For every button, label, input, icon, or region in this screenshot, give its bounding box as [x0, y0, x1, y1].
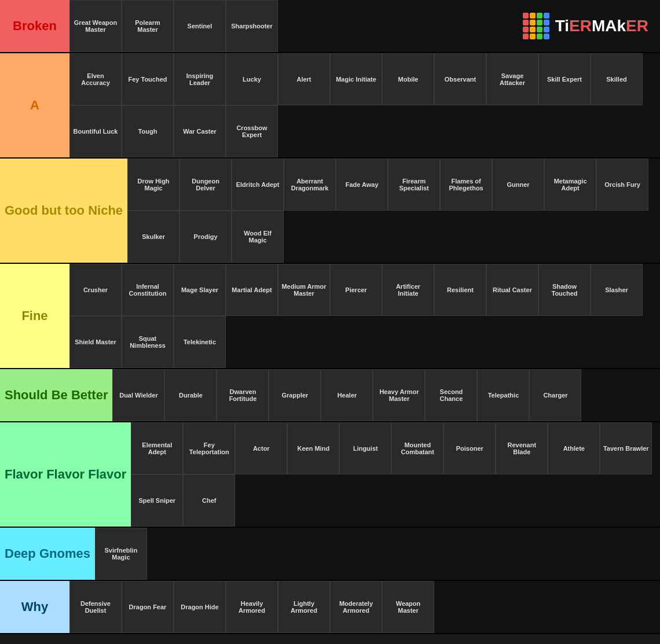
item-card[interactable]: Skulker	[127, 211, 179, 263]
tier-items-deep-gnomes: Svirfneblin Magic	[95, 528, 660, 580]
item-card[interactable]: Firearm Specialist	[388, 159, 440, 211]
item-card[interactable]: Wood Elf Magic	[232, 211, 284, 263]
item-card[interactable]: Metamagic Adept	[544, 159, 596, 211]
item-card[interactable]: Heavily Armored	[226, 581, 278, 633]
item-card[interactable]: Dragon Fear	[122, 581, 174, 633]
item-card[interactable]: Svirfneblin Magic	[95, 528, 147, 580]
item-card[interactable]: Fey Teleportation	[183, 422, 235, 474]
item-card[interactable]: Heavy Armor Master	[373, 369, 425, 421]
item-card[interactable]: Crossbow Expert	[226, 105, 278, 157]
item-card[interactable]: Sharpshooter	[226, 0, 278, 52]
item-card[interactable]: Linguist	[339, 422, 391, 474]
item-card[interactable]: Medium Armor Master	[278, 264, 330, 316]
item-card[interactable]: Eldritch Adept	[232, 159, 284, 211]
tier-row-fine: FineCrusherInfernal ConstitutionMage Sla…	[0, 264, 660, 369]
item-card[interactable]: Defensive Duelist	[69, 581, 122, 633]
item-card[interactable]: Martial Adept	[226, 264, 278, 316]
item-card[interactable]: Gunner	[492, 159, 544, 211]
item-card[interactable]: Skilled	[591, 53, 643, 105]
item-card[interactable]: Durable	[164, 369, 217, 421]
item-card[interactable]: Telekinetic	[174, 316, 226, 368]
tier-row-a: AElven AccuracyFey TouchedInspiring Lead…	[0, 53, 660, 159]
item-card[interactable]: Dungeon Delver	[179, 159, 232, 211]
item-card[interactable]: Inspiring Leader	[174, 53, 226, 105]
tier-label-good-but-too-niche: Good but too Niche	[0, 159, 127, 263]
item-card[interactable]: Magic Initiate	[330, 53, 382, 105]
item-card[interactable]: Mobile	[382, 53, 434, 105]
logo-area: TiERMAkER	[278, 0, 660, 52]
item-card[interactable]: Mage Slayer	[174, 264, 226, 316]
item-card[interactable]: Piercer	[330, 264, 382, 316]
tier-label-broken: Broken	[0, 0, 69, 52]
item-card[interactable]: Fey Touched	[122, 53, 174, 105]
item-card[interactable]: Observant	[434, 53, 486, 105]
item-card[interactable]: Chef	[183, 474, 235, 527]
item-card[interactable]: Infernal Constitution	[122, 264, 174, 316]
item-card[interactable]: Slasher	[591, 264, 643, 316]
item-card[interactable]: Flames of Phlegethos	[440, 159, 492, 211]
tier-row-should-be-better: Should Be BetterDual WielderDurableDwarv…	[0, 369, 660, 422]
item-card[interactable]: Revenant Blade	[496, 422, 548, 474]
item-card[interactable]: Elemental Adept	[131, 422, 183, 474]
tier-row-flavor: Flavor Flavor FlavorElemental AdeptFey T…	[0, 422, 660, 528]
tier-label-a: A	[0, 53, 69, 157]
item-card[interactable]: Polearm Master	[122, 0, 174, 52]
item-card[interactable]: Keen Mind	[287, 422, 339, 474]
item-card[interactable]: Crusher	[69, 264, 122, 316]
tier-row-broken: BrokenGreat Weapon MasterPolearm MasterS…	[0, 0, 660, 53]
tier-items-flavor: Elemental AdeptFey TeleportationActorKee…	[131, 422, 660, 527]
item-card[interactable]: Savage Attacker	[486, 53, 538, 105]
item-card[interactable]: Fade Away	[336, 159, 388, 211]
tier-row-why: WhyDefensive DuelistDragon FearDragon Hi…	[0, 581, 660, 634]
item-card[interactable]: Bountiful Luck	[69, 105, 122, 157]
tier-items-a: Elven AccuracyFey TouchedInspiring Leade…	[69, 53, 660, 157]
tier-label-deep-gnomes: Deep Gnomes	[0, 528, 95, 580]
item-card[interactable]: Resilient	[434, 264, 486, 316]
item-card[interactable]: Lightly Armored	[278, 581, 330, 633]
item-card[interactable]: Sentinel	[174, 0, 226, 52]
tier-items-fine: CrusherInfernal ConstitutionMage SlayerM…	[69, 264, 660, 368]
item-card[interactable]: Tavern Brawler	[600, 422, 652, 474]
item-card[interactable]: Drow High Magic	[127, 159, 179, 211]
item-card[interactable]: Shield Master	[69, 316, 122, 368]
tiermaker-logo-text: TiERMAkER	[555, 17, 648, 35]
tier-label-should-be-better: Should Be Better	[0, 369, 112, 421]
item-card[interactable]: Skill Expert	[538, 53, 591, 105]
item-card[interactable]: Great Weapon Master	[69, 0, 122, 52]
item-card[interactable]: Poisoner	[443, 422, 496, 474]
item-card[interactable]: Shadow Touched	[538, 264, 591, 316]
tier-label-flavor: Flavor Flavor Flavor	[0, 422, 131, 527]
item-card[interactable]: Prodigy	[179, 211, 232, 263]
tier-label-fine: Fine	[0, 264, 69, 368]
tier-items-why: Defensive DuelistDragon FearDragon HideH…	[69, 581, 660, 633]
tier-label-why: Why	[0, 581, 69, 633]
item-card[interactable]: Charger	[529, 369, 581, 421]
item-card[interactable]: Grappler	[269, 369, 321, 421]
item-card[interactable]: Telepathic	[477, 369, 529, 421]
tier-items-should-be-better: Dual WielderDurableDwarven FortitudeGrap…	[112, 369, 660, 421]
tier-items-broken: Great Weapon MasterPolearm MasterSentine…	[69, 0, 660, 52]
item-card[interactable]: Elven Accuracy	[69, 53, 122, 105]
item-card[interactable]: Ritual Caster	[486, 264, 538, 316]
item-card[interactable]: Orcish Fury	[596, 159, 648, 211]
item-card[interactable]: Squat Nimbleness	[122, 316, 174, 368]
item-card[interactable]: Lucky	[226, 53, 278, 105]
tier-row-good-but-too-niche: Good but too NicheDrow High MagicDungeon…	[0, 159, 660, 264]
item-card[interactable]: Mounted Combatant	[391, 422, 443, 474]
item-card[interactable]: Alert	[278, 53, 330, 105]
item-card[interactable]: Athlete	[548, 422, 600, 474]
item-card[interactable]: Moderately Armored	[330, 581, 382, 633]
item-card[interactable]: War Caster	[174, 105, 226, 157]
item-card[interactable]: Healer	[321, 369, 373, 421]
tier-list: BrokenGreat Weapon MasterPolearm MasterS…	[0, 0, 660, 634]
item-card[interactable]: Actor	[235, 422, 287, 474]
item-card[interactable]: Dual Wielder	[112, 369, 164, 421]
item-card[interactable]: Aberrant Dragonmark	[284, 159, 336, 211]
item-card[interactable]: Weapon Master	[382, 581, 434, 633]
item-card[interactable]: Dragon Hide	[174, 581, 226, 633]
item-card[interactable]: Artificer Initiate	[382, 264, 434, 316]
item-card[interactable]: Dwarven Fortitude	[217, 369, 269, 421]
item-card[interactable]: Spell Sniper	[131, 474, 183, 527]
item-card[interactable]: Second Chance	[425, 369, 477, 421]
item-card[interactable]: Tough	[122, 105, 174, 157]
